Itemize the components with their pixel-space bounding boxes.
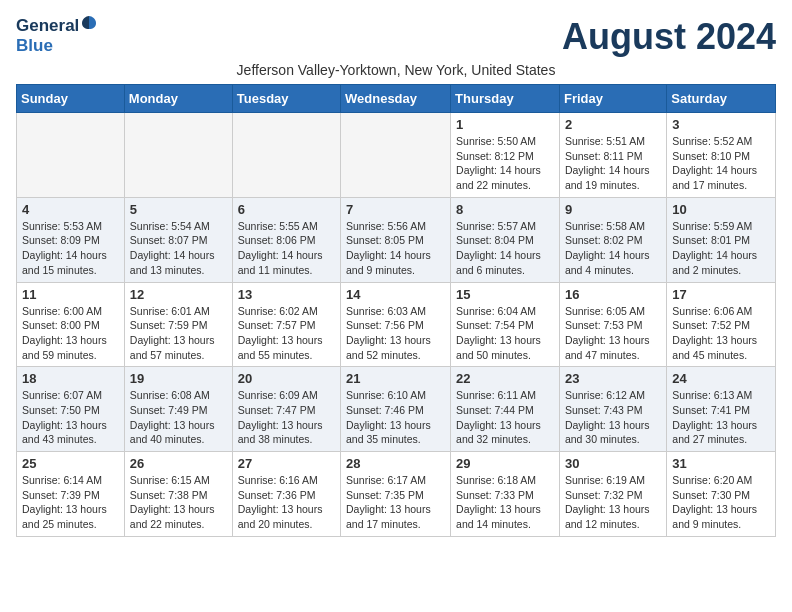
day-number: 20 <box>238 371 335 386</box>
day-number: 19 <box>130 371 227 386</box>
day-number: 27 <box>238 456 335 471</box>
day-info: Sunrise: 5:51 AMSunset: 8:11 PMDaylight:… <box>565 134 661 193</box>
day-info-line: and 32 minutes. <box>456 432 554 447</box>
day-info-line: Sunrise: 5:52 AM <box>672 134 770 149</box>
day-info-line: and 20 minutes. <box>238 517 335 532</box>
day-info: Sunrise: 6:00 AMSunset: 8:00 PMDaylight:… <box>22 304 119 363</box>
day-info-line: Daylight: 14 hours <box>22 248 119 263</box>
day-info-line: Sunset: 7:33 PM <box>456 488 554 503</box>
logo-blue: Blue <box>16 36 53 55</box>
day-info-line: Sunset: 7:32 PM <box>565 488 661 503</box>
day-number: 24 <box>672 371 770 386</box>
day-info: Sunrise: 6:19 AMSunset: 7:32 PMDaylight:… <box>565 473 661 532</box>
day-info: Sunrise: 5:55 AMSunset: 8:06 PMDaylight:… <box>238 219 335 278</box>
day-info-line: and 22 minutes. <box>456 178 554 193</box>
calendar-cell: 16Sunrise: 6:05 AMSunset: 7:53 PMDayligh… <box>559 282 666 367</box>
day-info: Sunrise: 6:13 AMSunset: 7:41 PMDaylight:… <box>672 388 770 447</box>
day-info: Sunrise: 6:10 AMSunset: 7:46 PMDaylight:… <box>346 388 445 447</box>
day-info-line: Sunrise: 5:53 AM <box>22 219 119 234</box>
day-info-line: Daylight: 13 hours <box>456 502 554 517</box>
day-info-line: Sunset: 8:06 PM <box>238 233 335 248</box>
day-info-line: Sunset: 7:35 PM <box>346 488 445 503</box>
day-info-line: Sunset: 8:09 PM <box>22 233 119 248</box>
week-row-2: 4Sunrise: 5:53 AMSunset: 8:09 PMDaylight… <box>17 197 776 282</box>
day-info-line: Sunrise: 6:05 AM <box>565 304 661 319</box>
day-info-line: Sunrise: 6:03 AM <box>346 304 445 319</box>
day-info-line: Daylight: 13 hours <box>346 502 445 517</box>
day-info-line: Daylight: 14 hours <box>565 248 661 263</box>
day-info-line: Sunrise: 6:01 AM <box>130 304 227 319</box>
calendar-cell <box>341 113 451 198</box>
day-info-line: Daylight: 13 hours <box>672 418 770 433</box>
day-info-line: Sunrise: 6:11 AM <box>456 388 554 403</box>
day-number: 6 <box>238 202 335 217</box>
day-info-line: Sunset: 7:44 PM <box>456 403 554 418</box>
calendar-cell: 25Sunrise: 6:14 AMSunset: 7:39 PMDayligh… <box>17 452 125 537</box>
calendar-cell <box>124 113 232 198</box>
day-info-line: Sunrise: 6:20 AM <box>672 473 770 488</box>
calendar-cell: 14Sunrise: 6:03 AMSunset: 7:56 PMDayligh… <box>341 282 451 367</box>
calendar-cell: 13Sunrise: 6:02 AMSunset: 7:57 PMDayligh… <box>232 282 340 367</box>
day-info-line: Sunrise: 6:14 AM <box>22 473 119 488</box>
day-info-line: Daylight: 14 hours <box>565 163 661 178</box>
day-info-line: Sunrise: 6:18 AM <box>456 473 554 488</box>
day-info-line: Sunset: 7:30 PM <box>672 488 770 503</box>
day-info-line: and 59 minutes. <box>22 348 119 363</box>
day-info-line: Daylight: 13 hours <box>565 333 661 348</box>
day-number: 25 <box>22 456 119 471</box>
day-info-line: and 9 minutes. <box>346 263 445 278</box>
calendar-cell: 10Sunrise: 5:59 AMSunset: 8:01 PMDayligh… <box>667 197 776 282</box>
day-number: 5 <box>130 202 227 217</box>
day-number: 14 <box>346 287 445 302</box>
day-info-line: Sunrise: 5:50 AM <box>456 134 554 149</box>
day-info-line: Sunset: 7:41 PM <box>672 403 770 418</box>
day-info-line: Sunset: 8:02 PM <box>565 233 661 248</box>
day-info-line: Daylight: 13 hours <box>238 333 335 348</box>
day-info-line: Daylight: 13 hours <box>346 418 445 433</box>
calendar-cell: 2Sunrise: 5:51 AMSunset: 8:11 PMDaylight… <box>559 113 666 198</box>
day-info: Sunrise: 6:05 AMSunset: 7:53 PMDaylight:… <box>565 304 661 363</box>
week-row-3: 11Sunrise: 6:00 AMSunset: 8:00 PMDayligh… <box>17 282 776 367</box>
day-info-line: and 17 minutes. <box>346 517 445 532</box>
day-number: 26 <box>130 456 227 471</box>
day-info-line: and 52 minutes. <box>346 348 445 363</box>
weekday-header-wednesday: Wednesday <box>341 85 451 113</box>
day-info-line: and 14 minutes. <box>456 517 554 532</box>
calendar-cell: 6Sunrise: 5:55 AMSunset: 8:06 PMDaylight… <box>232 197 340 282</box>
day-info-line: Daylight: 13 hours <box>238 502 335 517</box>
day-info-line: Sunset: 7:50 PM <box>22 403 119 418</box>
calendar-cell <box>232 113 340 198</box>
day-info-line: Sunset: 7:36 PM <box>238 488 335 503</box>
day-info: Sunrise: 6:20 AMSunset: 7:30 PMDaylight:… <box>672 473 770 532</box>
month-title: August 2024 <box>562 16 776 58</box>
calendar-cell: 1Sunrise: 5:50 AMSunset: 8:12 PMDaylight… <box>451 113 560 198</box>
day-number: 9 <box>565 202 661 217</box>
day-info-line: and 55 minutes. <box>238 348 335 363</box>
day-info-line: Sunrise: 5:54 AM <box>130 219 227 234</box>
day-info: Sunrise: 6:17 AMSunset: 7:35 PMDaylight:… <box>346 473 445 532</box>
day-info-line: Daylight: 13 hours <box>238 418 335 433</box>
day-number: 2 <box>565 117 661 132</box>
day-info-line: Sunset: 7:53 PM <box>565 318 661 333</box>
day-info-line: and 4 minutes. <box>565 263 661 278</box>
day-info-line: Sunset: 7:54 PM <box>456 318 554 333</box>
day-info: Sunrise: 5:58 AMSunset: 8:02 PMDaylight:… <box>565 219 661 278</box>
day-info-line: Daylight: 14 hours <box>346 248 445 263</box>
day-number: 7 <box>346 202 445 217</box>
calendar-cell: 18Sunrise: 6:07 AMSunset: 7:50 PMDayligh… <box>17 367 125 452</box>
day-info-line: Daylight: 14 hours <box>456 163 554 178</box>
day-info-line: Daylight: 13 hours <box>130 418 227 433</box>
day-info: Sunrise: 5:50 AMSunset: 8:12 PMDaylight:… <box>456 134 554 193</box>
day-info-line: and 30 minutes. <box>565 432 661 447</box>
day-info-line: and 19 minutes. <box>565 178 661 193</box>
weekday-header-sunday: Sunday <box>17 85 125 113</box>
day-info-line: Sunrise: 5:57 AM <box>456 219 554 234</box>
calendar-cell: 29Sunrise: 6:18 AMSunset: 7:33 PMDayligh… <box>451 452 560 537</box>
calendar-cell: 30Sunrise: 6:19 AMSunset: 7:32 PMDayligh… <box>559 452 666 537</box>
day-info-line: Sunset: 7:52 PM <box>672 318 770 333</box>
day-number: 8 <box>456 202 554 217</box>
day-info: Sunrise: 6:04 AMSunset: 7:54 PMDaylight:… <box>456 304 554 363</box>
calendar-cell: 22Sunrise: 6:11 AMSunset: 7:44 PMDayligh… <box>451 367 560 452</box>
day-info-line: Sunrise: 6:12 AM <box>565 388 661 403</box>
calendar-cell: 15Sunrise: 6:04 AMSunset: 7:54 PMDayligh… <box>451 282 560 367</box>
